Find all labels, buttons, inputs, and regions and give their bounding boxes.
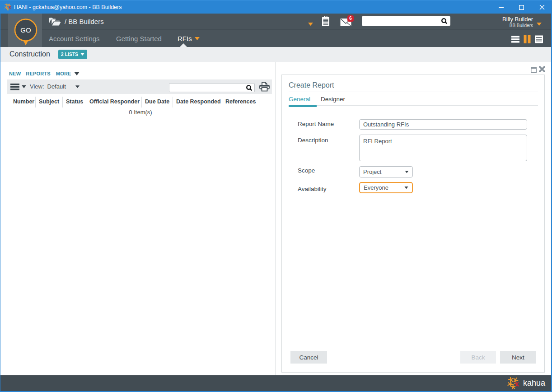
kahua-logo-text: kahua [523,378,545,388]
list-menu-caret-icon [22,85,26,89]
user-org: BB Builders [502,23,533,28]
popout-icon[interactable] [531,66,537,75]
col-status[interactable]: Status [63,97,86,107]
header-nav-row: Account Settings Getting Started RFIs [0,30,551,47]
create-report-card: Create Report General Designer Report Na… [281,75,545,373]
lists-dropdown-button[interactable]: 2 LISTS [58,50,87,59]
folder-icon[interactable] [49,16,61,28]
col-official-responder[interactable]: Official Responder [86,97,142,107]
layout-columns-icon[interactable] [523,35,531,46]
availability-select[interactable]: Everyone [359,182,413,193]
nav-account-settings[interactable]: Account Settings [49,35,100,42]
detail-pane: Create Report General Designer Report Na… [276,62,551,375]
header: / BB Builders 6 Billy Builder BB Builder… [0,14,551,47]
maximize-button[interactable] [511,0,532,14]
next-button[interactable]: Next [500,351,536,364]
availability-label: Availability [298,186,327,192]
more-action[interactable]: MORE [56,71,71,76]
scope-caret-icon [405,171,409,173]
global-search-input[interactable] [362,16,450,26]
breadcrumb-dropdown-icon[interactable] [308,20,313,28]
user-menu[interactable]: Billy Builder BB Builders [502,16,533,28]
cancel-button[interactable]: Cancel [290,351,327,364]
nav-rfis[interactable]: RFIs [178,35,200,42]
tab-designer[interactable]: Designer [321,96,345,105]
footer: kahua [0,375,551,391]
main: NEW REPORTS MORE View: Default [0,62,551,375]
list-menu-icon [10,84,19,90]
tab-general[interactable]: General [289,96,317,107]
description-label: Description [298,137,328,144]
more-caret-icon[interactable] [74,70,80,78]
close-pane-icon[interactable] [539,66,545,74]
breadcrumb[interactable]: / BB Builders [65,18,104,25]
go-logo-text: GO [20,26,31,34]
minimize-button[interactable] [491,0,511,14]
col-date-responded[interactable]: Date Responded [173,97,222,107]
kahua-app-icon [4,3,12,10]
list-menu-button[interactable] [10,84,26,90]
scope-select[interactable]: Project [359,166,413,177]
list-toolbar: View: Default [7,79,272,94]
messages-badge: 6 [347,15,354,22]
layout-rows-icon[interactable] [511,35,520,46]
rfi-list-pane: NEW REPORTS MORE View: Default [0,62,276,375]
user-name: Billy Builder [502,16,533,23]
app-window: HANI - gckahua@yahoo.com - BB Builders /… [0,0,552,392]
list-search-input[interactable] [169,83,255,92]
availability-caret-icon [404,187,408,189]
back-button[interactable]: Back [460,351,496,364]
col-number[interactable]: Number [7,97,36,107]
kahua-brand: kahua [507,377,545,389]
titlebar: HANI - gckahua@yahoo.com - BB Builders [0,0,552,14]
tabs: General Designer [289,96,538,106]
tasks-icon[interactable] [322,16,331,28]
kahua-logo-icon [507,377,519,389]
view-label: View: [30,83,44,90]
nav-active-notch [180,43,187,47]
go-app-logo[interactable]: GO [8,14,42,47]
new-action[interactable]: NEW [9,71,21,76]
report-name-label: Report Name [298,121,334,127]
card-title: Create Report [289,81,334,89]
project-name: Construction [9,50,50,58]
window-title: HANI - gckahua@yahoo.com - BB Builders [14,4,122,10]
empty-count: 0 Item(s) [3,109,278,116]
nav-getting-started[interactable]: Getting Started [116,35,162,42]
print-icon[interactable] [259,82,270,93]
table-header: Number Subject Status Official Responder… [7,97,259,107]
col-due-date[interactable]: Due Date [142,97,173,107]
close-window-button[interactable] [532,0,552,14]
project-bar: Construction 2 LISTS [0,47,551,62]
header-top-row: / BB Builders 6 Billy Builder BB Builder… [0,14,551,30]
view-value[interactable]: Default [47,83,66,90]
nav-rfis-dropdown-icon [195,37,200,41]
user-dropdown-icon[interactable] [537,20,542,28]
scope-label: Scope [298,167,315,174]
description-input[interactable]: RFI Report [359,135,527,161]
col-subject[interactable]: Subject [36,97,63,107]
report-name-input[interactable]: Outstanding RFIs [359,119,527,130]
col-references[interactable]: References [222,97,259,107]
layout-detail-icon[interactable] [534,35,543,46]
lists-caret-icon [80,53,84,56]
view-caret-icon[interactable] [75,83,80,90]
reports-action[interactable]: REPORTS [26,71,51,76]
